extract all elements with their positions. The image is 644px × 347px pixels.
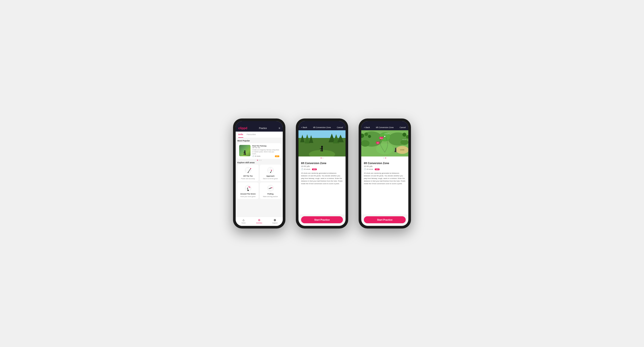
phone-2: < Back 6ft Conversion Zone Cancel xyxy=(296,119,348,228)
bottom-nav: ⌂ Home ⊕ Activities ⊕ Capture xyxy=(236,217,283,226)
drill-photo xyxy=(298,130,346,156)
svg-point-32 xyxy=(270,188,271,189)
skill-card-approach[interactable]: Approach Dial-in to hit the green xyxy=(260,165,281,181)
detail-dot-3-1 xyxy=(384,158,384,158)
cancel-button-2[interactable]: Cancel xyxy=(337,126,343,129)
start-practice-button-3[interactable]: Start Practice xyxy=(364,216,406,223)
tab-bar: Drills Favourites xyxy=(236,132,283,138)
cancel-button-3[interactable]: Cancel xyxy=(400,126,406,129)
ott-icon-area xyxy=(243,166,253,174)
phone-home-bar-3 xyxy=(378,226,391,227)
detail-dots-2 xyxy=(298,156,346,160)
detail-shots-3: 🕐 20 shots xyxy=(364,168,373,170)
approach-skill-name: Approach xyxy=(266,175,274,177)
svg-point-54 xyxy=(400,140,408,145)
svg-point-58 xyxy=(368,135,371,138)
svg-rect-4 xyxy=(243,152,246,153)
svg-point-23 xyxy=(247,188,248,189)
atg-skill-desc: Hone your short game xyxy=(240,196,256,197)
svg-point-26 xyxy=(248,186,250,187)
dot-1 xyxy=(257,160,258,161)
detail-shots: 🕐 20 shots xyxy=(301,168,310,170)
drill-range-3: 10-50 yds xyxy=(364,165,406,167)
drill-map: Miss Hit SAND xyxy=(361,130,408,156)
app-logo: clippd xyxy=(238,126,247,130)
skill-card-putting[interactable]: Putting Make and lag practice xyxy=(260,182,281,199)
skill-card-ott[interactable]: Off The Tee Power and accuracy xyxy=(238,165,258,181)
svg-point-59 xyxy=(402,133,406,137)
screen-2: < Back 6ft Conversion Zone Cancel xyxy=(298,121,346,226)
approach-skill-icon xyxy=(265,166,276,174)
clock-icon-3: 🕐 xyxy=(364,168,366,170)
phone-3: < Back 6ft Conversion Zone Cancel xyxy=(359,119,411,228)
back-button-2[interactable]: < Back xyxy=(301,126,307,129)
map-scene: Miss Hit SAND xyxy=(361,130,408,156)
svg-point-33 xyxy=(269,188,270,189)
svg-point-24 xyxy=(248,190,249,191)
detail-header-3: < Back 6ft Conversion Zone Cancel xyxy=(361,121,408,130)
skill-card-atg[interactable]: Around The Green Hone your short game xyxy=(238,182,258,199)
svg-rect-44 xyxy=(321,148,323,150)
detail-dot-3-2 xyxy=(385,158,386,158)
skill-areas-title: Explore skill areas xyxy=(238,162,281,164)
svg-point-0 xyxy=(244,150,246,152)
detail-header-2: < Back 6ft Conversion Zone Cancel xyxy=(298,121,346,130)
carousel-dots xyxy=(238,160,281,161)
drill-description-detail: 20 shots are randomly generated at dista… xyxy=(301,172,343,185)
skill-grid: Off The Tee Power and accuracy xyxy=(238,165,281,199)
svg-point-61 xyxy=(395,148,396,149)
detail-body-2: 6ft Conversion Zone 10-50 yds 🕐 20 shots… xyxy=(298,160,346,214)
putting-skill-icon xyxy=(265,184,276,192)
activities-label: Activities xyxy=(256,222,262,224)
detail-dot-2 xyxy=(322,158,323,158)
drill-info: Find The Fairway Off The Tee Create an i… xyxy=(252,145,279,157)
detail-body-3: 6ft Conversion Zone 10-50 yds 🕐 20 shots… xyxy=(361,160,408,214)
svg-rect-2 xyxy=(244,153,244,155)
drill-name-detail: 6ft Conversion Zone xyxy=(301,162,343,165)
svg-point-43 xyxy=(321,146,323,148)
svg-rect-63 xyxy=(394,151,396,152)
tab-favourites[interactable]: Favourites xyxy=(247,132,256,138)
nav-capture[interactable]: ⊕ Capture xyxy=(267,218,283,224)
activities-icon: ⊕ xyxy=(258,218,260,222)
menu-icon[interactable]: ≡ xyxy=(278,127,280,130)
dot-3 xyxy=(260,160,262,161)
phone-1: clippd Practice ≡ Drills Favourites Most… xyxy=(233,119,285,228)
arg-badge: ARG xyxy=(312,168,316,170)
golfer-icon xyxy=(243,150,246,155)
drill-name-detail-3: 6ft Conversion Zone xyxy=(364,162,406,165)
approach-skill-desc: Dial-in to hit the green xyxy=(263,178,278,179)
detail-dot-1 xyxy=(321,158,322,158)
most-popular-title: Most Popular xyxy=(238,140,281,142)
svg-text:FAIRWAY: FAIRWAY xyxy=(384,133,390,134)
back-button-3[interactable]: < Back xyxy=(364,126,370,129)
putting-icon-area xyxy=(265,184,276,192)
drill-description-detail-3: 20 shots are randomly generated at dista… xyxy=(364,172,406,185)
atg-icon-area xyxy=(243,184,253,192)
drill-range: 10-50 yds xyxy=(301,165,343,167)
home-label: Home xyxy=(242,222,246,224)
svg-rect-3 xyxy=(245,153,246,155)
dot-2 xyxy=(259,160,260,161)
app-header: clippd Practice ≡ xyxy=(236,121,283,132)
capture-icon: ⊕ xyxy=(274,218,276,222)
nav-home[interactable]: ⌂ Home xyxy=(236,218,251,224)
svg-point-18 xyxy=(270,172,271,173)
detail-title-3: 6ft Conversion Zone xyxy=(376,126,394,129)
svg-text:Hit: Hit xyxy=(377,142,379,144)
detail-title-2: 6ft Conversion Zone xyxy=(313,126,331,129)
nav-activities[interactable]: ⊕ Activities xyxy=(251,218,267,224)
atg-skill-name: Around The Green xyxy=(240,193,256,195)
phone-home-bar-2 xyxy=(316,226,328,227)
drill-detail-map-screen: < Back 6ft Conversion Zone Cancel xyxy=(361,121,408,226)
start-practice-button-2[interactable]: Start Practice xyxy=(301,216,343,223)
home-icon: ⌂ xyxy=(243,218,244,222)
svg-rect-62 xyxy=(395,149,396,151)
golf-image xyxy=(239,145,250,156)
svg-rect-46 xyxy=(322,150,323,151)
svg-text:ROUGH: ROUGH xyxy=(402,139,406,140)
tab-drills[interactable]: Drills xyxy=(238,132,243,138)
ott-skill-name: Off The Tee xyxy=(243,175,253,177)
detail-meta-2: 🕐 20 shots ARG xyxy=(301,168,343,170)
featured-drill-card[interactable]: Find The Fairway Off The Tee Create an i… xyxy=(238,143,281,159)
